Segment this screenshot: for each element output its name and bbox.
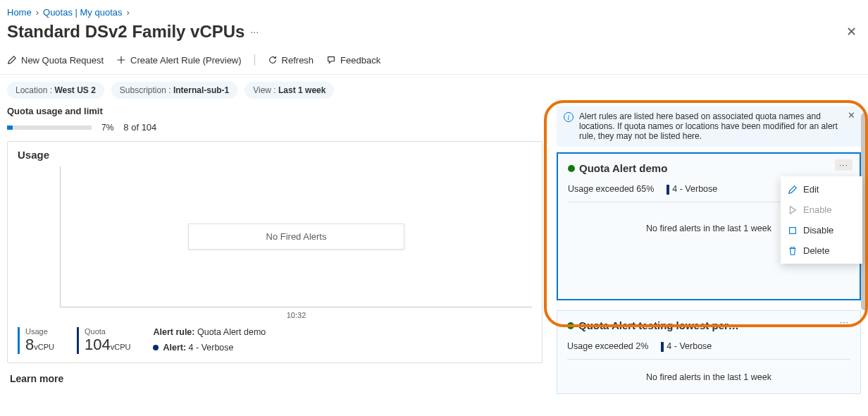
edit-icon xyxy=(788,185,798,195)
scrollbar[interactable] xyxy=(861,113,868,415)
breadcrumb-quotas[interactable]: Quotas | My quotas xyxy=(43,7,123,18)
menu-disable[interactable]: Disable xyxy=(781,220,862,240)
create-alert-label: Create Alert Rule (Preview) xyxy=(130,55,242,66)
status-enabled-icon xyxy=(568,165,575,172)
stop-icon xyxy=(788,226,798,235)
quota-progress-bar xyxy=(7,126,92,130)
dismiss-banner-button[interactable]: ✕ xyxy=(848,110,855,121)
alert-card-more-button[interactable]: ··· xyxy=(836,317,853,328)
feedback-button[interactable]: Feedback xyxy=(326,55,380,66)
alert-card-more-button[interactable]: ··· xyxy=(835,159,852,171)
alert-card-header: Quota Alert testing lowest per… xyxy=(567,319,850,331)
alert-card-header: Quota Alert demo xyxy=(568,162,850,174)
learn-more-heading: Learn more xyxy=(7,373,542,384)
filter-subscription[interactable]: Subscription : Internal-sub-1 xyxy=(111,82,237,99)
filter-pills: Location : West US 2 Subscription : Inte… xyxy=(0,75,868,106)
usage-card-title: Usage xyxy=(18,149,532,161)
chevron-right-icon: › xyxy=(36,7,39,18)
refresh-icon xyxy=(268,55,278,65)
no-fired-alerts-box: No Fired Alerts xyxy=(188,224,405,250)
title-row: Standard DSv2 Family vCPUs ··· ✕ xyxy=(0,22,868,49)
menu-enable: Enable xyxy=(781,200,862,220)
alert-card-title: Quota Alert testing lowest per… xyxy=(578,319,739,331)
filter-location[interactable]: Location : West US 2 xyxy=(7,82,104,99)
quota-usage-heading: Quota usage and limit xyxy=(7,106,542,116)
chart-x-tick: 10:32 xyxy=(287,311,306,319)
alert-card-title: Quota Alert demo xyxy=(579,162,667,174)
severity-dot-icon xyxy=(153,345,159,350)
trash-icon xyxy=(788,246,798,256)
quota-percent: 7% xyxy=(101,123,113,133)
plus-icon xyxy=(116,55,126,65)
alert-severity: 4 - Verbose xyxy=(672,184,717,194)
feedback-icon xyxy=(326,55,336,65)
feedback-label: Feedback xyxy=(340,55,380,66)
no-fired-text: No fired alerts in the last 1 week xyxy=(567,360,850,385)
chart-area: No Fired Alerts 10:32 xyxy=(60,166,532,307)
menu-delete[interactable]: Delete xyxy=(781,240,862,261)
filter-view[interactable]: View : Last 1 week xyxy=(244,82,334,99)
alert-severity: 4 - Verbose xyxy=(666,341,712,351)
alert-context-menu: Edit Enable Disable Delete xyxy=(781,176,862,264)
alert-condition: Usage exceeded 65% xyxy=(568,184,654,194)
new-quota-request-button[interactable]: New Quota Request xyxy=(7,55,104,66)
create-alert-rule-button[interactable]: Create Alert Rule (Preview) xyxy=(116,55,242,66)
left-column: Quota usage and limit 7% 8 of 104 Usage … xyxy=(7,106,542,394)
edit-icon xyxy=(7,55,17,65)
quota-bar-row: 7% 8 of 104 xyxy=(7,122,542,133)
breadcrumb-home[interactable]: Home xyxy=(7,7,32,18)
svg-rect-0 xyxy=(790,227,796,233)
page-title: Standard DSv2 Family vCPUs xyxy=(7,22,244,42)
menu-edit[interactable]: Edit xyxy=(781,179,862,200)
alert-rule-info: Alert rule: Quota Alert demo Alert: 4 - … xyxy=(153,327,266,353)
new-quota-label: New Quota Request xyxy=(21,55,104,66)
usage-stat: Usage 8vCPU xyxy=(18,327,54,354)
info-icon: i xyxy=(564,112,574,122)
close-button[interactable]: ✕ xyxy=(846,25,857,38)
chevron-right-icon: › xyxy=(127,7,130,18)
severity-bar-icon xyxy=(666,185,669,195)
play-icon xyxy=(788,205,798,215)
alert-info-banner: i Alert rules are listed here based on a… xyxy=(557,106,861,147)
quota-stat: Quota 104vCPU xyxy=(77,327,130,354)
quota-count: 8 of 104 xyxy=(123,122,156,133)
title-more-button[interactable]: ··· xyxy=(250,26,259,37)
toolbar: New Quota Request Create Alert Rule (Pre… xyxy=(0,49,868,75)
refresh-label: Refresh xyxy=(282,55,314,66)
alert-card[interactable]: Quota Alert testing lowest per… ··· Usag… xyxy=(557,310,861,394)
alert-condition: Usage exceeded 2% xyxy=(567,341,648,351)
alert-card-subrow: Usage exceeded 2% 4 - Verbose xyxy=(567,341,850,360)
info-banner-text: Alert rules are listed here based on ass… xyxy=(579,111,854,141)
refresh-button[interactable]: Refresh xyxy=(268,55,314,66)
right-column: i Alert rules are listed here based on a… xyxy=(557,106,861,394)
toolbar-divider xyxy=(254,54,255,66)
status-enabled-icon xyxy=(567,322,574,329)
quota-progress-fill xyxy=(7,126,13,130)
alert-card[interactable]: Quota Alert demo ··· Usage exceeded 65% … xyxy=(557,152,861,300)
breadcrumb: Home › Quotas | My quotas › xyxy=(0,0,868,22)
chart-footer: Usage 8vCPU Quota 104vCPU Alert rule: Qu… xyxy=(18,327,532,354)
severity-bar-icon xyxy=(661,342,664,352)
usage-card: Usage No Fired Alerts 10:32 Usage 8vCPU … xyxy=(7,141,542,363)
chart-wrap: No Fired Alerts 10:32 xyxy=(60,166,532,307)
